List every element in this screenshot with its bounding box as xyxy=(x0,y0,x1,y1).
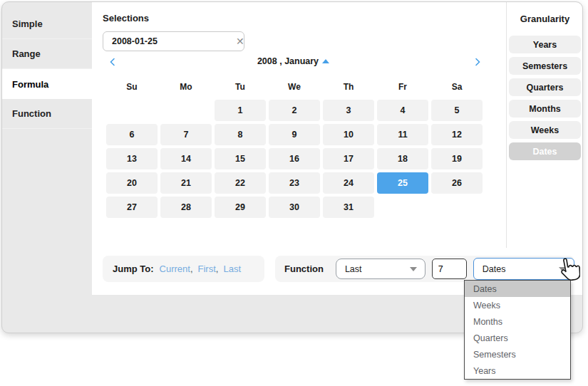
separator: , xyxy=(216,264,219,274)
sidebar-item-range[interactable]: Range xyxy=(2,39,92,69)
day-cell[interactable]: 22 xyxy=(215,172,266,194)
day-cell[interactable]: 6 xyxy=(106,124,158,145)
day-cell[interactable]: 24 xyxy=(323,172,374,194)
function-select-value: Last xyxy=(345,264,410,274)
weekday-label: Mo xyxy=(160,82,212,92)
day-cell[interactable]: 30 xyxy=(269,197,320,218)
day-cell[interactable]: 4 xyxy=(377,100,428,121)
calendar-nav: 2008 , January xyxy=(103,56,484,69)
day-cell xyxy=(377,197,428,218)
day-cell[interactable]: 2 xyxy=(269,100,320,121)
function-select[interactable]: Last xyxy=(336,259,425,279)
count-input[interactable] xyxy=(432,259,467,279)
granularity-divider xyxy=(506,2,507,248)
day-cell[interactable]: 14 xyxy=(160,148,212,169)
collapse-month-icon[interactable] xyxy=(322,59,329,63)
chevron-down-icon xyxy=(410,267,417,271)
weekday-label: Su xyxy=(106,82,158,92)
granularity-years-button[interactable]: Years xyxy=(509,36,581,53)
calendar-title[interactable]: 2008 , January xyxy=(103,56,484,66)
day-cell[interactable]: 17 xyxy=(323,148,374,169)
day-cell[interactable]: 3 xyxy=(323,100,374,121)
calendar-title-text: 2008 , January xyxy=(257,56,319,66)
day-cell xyxy=(106,100,158,121)
granularity-semesters-button[interactable]: Semesters xyxy=(509,57,581,75)
weekday-label: Sa xyxy=(431,82,483,92)
day-cell[interactable]: 9 xyxy=(269,124,320,145)
granularity-dates-button[interactable]: Dates xyxy=(509,142,581,160)
day-cell[interactable]: 20 xyxy=(106,172,158,194)
menu-item-dates[interactable]: Dates xyxy=(465,281,570,297)
jump-last-link[interactable]: Last xyxy=(223,264,241,274)
selection-input-wrap: ✕ xyxy=(103,31,244,51)
day-cell[interactable]: 11 xyxy=(377,124,428,145)
day-cell[interactable]: 5 xyxy=(431,100,483,121)
chevron-down-icon xyxy=(559,267,566,271)
granularity-select[interactable]: Dates xyxy=(473,258,574,280)
day-cell[interactable]: 8 xyxy=(215,124,266,145)
selections-label: Selections xyxy=(103,13,149,24)
separator: , xyxy=(190,264,193,274)
next-month-icon[interactable] xyxy=(473,57,483,67)
granularity-select-value: Dates xyxy=(483,264,559,274)
calendar-grid: 1 2 3 4 5 6 7 8 9 10 11 12 13 14 15 16 1… xyxy=(106,100,483,218)
sidebar: Simple Range Formula Function xyxy=(2,2,92,295)
day-cell xyxy=(160,100,212,121)
day-cell[interactable]: 1 xyxy=(215,100,266,121)
jump-to-panel: Jump To: Current , First , Last xyxy=(103,256,264,282)
day-cell[interactable]: 13 xyxy=(106,148,158,169)
sidebar-item-simple[interactable]: Simple xyxy=(2,9,92,39)
weekday-label: We xyxy=(269,82,320,92)
jump-links: Current , First , Last xyxy=(160,264,241,274)
day-cell[interactable]: 19 xyxy=(431,148,483,169)
menu-item-weeks[interactable]: Weeks xyxy=(465,297,570,313)
granularity-title: Granularity xyxy=(507,14,582,24)
granularity-dropdown-menu: Dates Weeks Months Quarters Semesters Ye… xyxy=(464,280,571,380)
day-cell[interactable]: 12 xyxy=(431,124,483,145)
menu-item-semesters[interactable]: Semesters xyxy=(465,346,570,362)
day-cell[interactable]: 10 xyxy=(323,124,374,145)
selection-date-input[interactable] xyxy=(103,36,236,46)
jump-first-link[interactable]: First xyxy=(198,264,216,274)
day-cell[interactable]: 21 xyxy=(160,172,212,194)
menu-item-quarters[interactable]: Quarters xyxy=(465,330,570,346)
day-cell[interactable]: 29 xyxy=(215,197,266,218)
granularity-weeks-button[interactable]: Weeks xyxy=(509,121,581,139)
menu-item-months[interactable]: Months xyxy=(465,313,570,330)
jump-to-label: Jump To: xyxy=(113,264,154,274)
function-panel: Function Last Dates xyxy=(275,256,574,282)
day-cell[interactable]: 18 xyxy=(377,148,428,169)
prev-month-icon[interactable] xyxy=(108,57,118,67)
day-cell xyxy=(431,197,483,218)
day-cell-selected[interactable]: 25 xyxy=(377,172,428,194)
jump-current-link[interactable]: Current xyxy=(160,264,190,274)
day-cell[interactable]: 7 xyxy=(160,124,212,145)
day-cell[interactable]: 23 xyxy=(269,172,320,194)
day-cell[interactable]: 26 xyxy=(431,172,483,194)
weekday-label: Tu xyxy=(215,82,266,92)
clear-selection-icon[interactable]: ✕ xyxy=(236,36,244,47)
sidebar-item-function[interactable]: Function xyxy=(2,99,92,129)
day-cell[interactable]: 31 xyxy=(323,197,374,218)
weekday-header-row: Su Mo Tu We Th Fr Sa xyxy=(106,82,483,92)
day-cell[interactable]: 28 xyxy=(160,197,212,218)
page: { "sidebar": { "items": [ { "label": "Si… xyxy=(0,0,588,386)
sidebar-item-formula[interactable]: Formula xyxy=(2,69,92,99)
function-label: Function xyxy=(284,264,324,274)
menu-item-years[interactable]: Years xyxy=(465,362,570,379)
granularity-quarters-button[interactable]: Quarters xyxy=(509,78,581,96)
day-cell[interactable]: 27 xyxy=(106,197,158,218)
weekday-label: Fr xyxy=(377,82,428,92)
day-cell[interactable]: 16 xyxy=(269,148,320,169)
day-cell[interactable]: 15 xyxy=(215,148,266,169)
granularity-months-button[interactable]: Months xyxy=(509,100,581,118)
weekday-label: Th xyxy=(323,82,374,92)
